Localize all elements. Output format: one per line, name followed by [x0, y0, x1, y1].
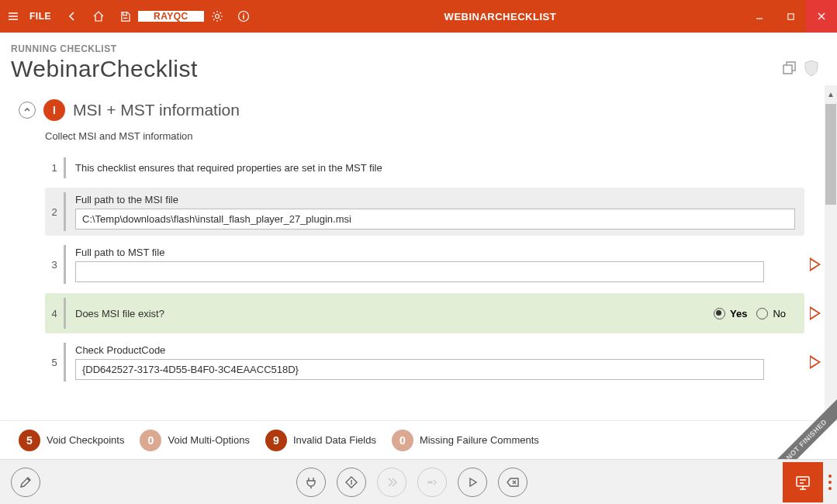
- svg-point-0: [215, 15, 219, 19]
- checklist-row: 3 Full path to MST file: [45, 236, 804, 293]
- summary-bar: 5 Void Checkpoints 0 Void Multi-Options …: [0, 420, 837, 459]
- page-title: WebinarChecklist: [11, 56, 198, 82]
- bottom-toolbar: [0, 459, 837, 504]
- shield-icon[interactable]: [803, 59, 820, 81]
- scrollbar-thumb[interactable]: [825, 104, 836, 205]
- save-icon[interactable]: [112, 0, 138, 33]
- tab-rayqc[interactable]: RAYQC: [138, 11, 204, 22]
- radio-yes[interactable]: [714, 308, 725, 319]
- summary-label: Void Multi-Options: [168, 434, 250, 446]
- field-label: Does MSI file exist?: [75, 308, 164, 319]
- menu-icon[interactable]: [0, 0, 26, 33]
- checklist-row: 2 Full path to the MSI file: [45, 188, 804, 236]
- maximize-button[interactable]: [775, 0, 806, 33]
- field-label: Check ProductCode: [75, 344, 795, 359]
- titlebar-left: FILE RAYQC: [0, 0, 257, 33]
- back-icon[interactable]: [59, 0, 85, 33]
- row-number: 2: [45, 188, 64, 236]
- summary-badge: 9: [265, 430, 287, 451]
- summary-item: 0 Void Multi-Options: [140, 430, 250, 451]
- productcode-input[interactable]: [75, 359, 764, 380]
- row-number: 1: [45, 153, 64, 183]
- forward-button: [377, 468, 406, 497]
- home-icon[interactable]: [85, 0, 112, 33]
- checklist-row: 1 This checklist ensures that required p…: [45, 148, 804, 188]
- mst-path-input[interactable]: [75, 261, 764, 282]
- summary-item: 5 Void Checkpoints: [19, 430, 124, 451]
- summary-label: Missing Failure Comments: [420, 434, 539, 446]
- file-menu[interactable]: FILE: [26, 11, 59, 22]
- row-text: This checklist ensures that required pro…: [75, 159, 795, 177]
- summary-badge: 5: [19, 430, 40, 451]
- yes-no-group: Yes No: [714, 308, 795, 319]
- checklist-row: 5 Check ProductCode: [45, 333, 804, 391]
- tag-button[interactable]: [337, 468, 366, 497]
- svg-rect-2: [787, 13, 793, 19]
- summary-item: 0 Missing Failure Comments: [392, 430, 539, 451]
- collapse-toggle[interactable]: [19, 102, 36, 119]
- radio-no[interactable]: [756, 308, 768, 319]
- page-header: RUNNING CHECKLIST WebinarChecklist: [0, 33, 837, 87]
- summary-badge: 0: [140, 430, 161, 451]
- close-button[interactable]: [806, 0, 837, 33]
- titlebar-right: [744, 0, 837, 33]
- field-label: Full path to the MSI file: [75, 194, 795, 209]
- msi-path-input[interactable]: [75, 209, 795, 230]
- checklist-row: 4 Does MSI file exist? Yes No: [45, 293, 804, 333]
- plugin-button[interactable]: [296, 468, 326, 497]
- page-subtitle: RUNNING CHECKLIST: [11, 43, 198, 54]
- continue-button: [417, 468, 447, 497]
- section-title: MSI + MST information: [73, 101, 240, 119]
- window-title: WEBINARCHECKLIST: [257, 0, 744, 33]
- copy-icon[interactable]: [781, 60, 798, 80]
- report-button[interactable]: [783, 462, 823, 502]
- more-button[interactable]: [823, 460, 837, 505]
- summary-label: Invalid Data Fields: [293, 434, 376, 446]
- row-number: 3: [45, 240, 64, 288]
- minimize-button[interactable]: [744, 0, 775, 33]
- vertical-scrollbar[interactable]: ▲ ▼: [825, 85, 837, 419]
- svg-point-4: [428, 482, 430, 483]
- run-button[interactable]: [804, 306, 826, 320]
- checklist-content: I MSI + MST information Collect MSI and …: [0, 85, 837, 419]
- svg-rect-6: [797, 477, 809, 486]
- run-button[interactable]: [804, 257, 826, 271]
- svg-rect-3: [783, 65, 792, 74]
- info-icon[interactable]: [230, 0, 257, 33]
- clear-button[interactable]: [498, 468, 527, 497]
- row-number: 4: [45, 293, 64, 333]
- title-bar: FILE RAYQC WEBINARCHECKLIST: [0, 0, 837, 33]
- field-label: Full path to MST file: [75, 247, 795, 261]
- summary-item: 9 Invalid Data Fields: [265, 430, 376, 451]
- play-button[interactable]: [458, 468, 487, 497]
- settings-icon[interactable]: [204, 0, 230, 33]
- summary-label: Void Checkpoints: [47, 434, 124, 446]
- run-button[interactable]: [804, 355, 826, 369]
- section-header: I MSI + MST information: [19, 85, 826, 127]
- row-number: 5: [45, 338, 64, 386]
- radio-no-label: No: [773, 308, 786, 319]
- edit-button[interactable]: [11, 468, 40, 497]
- summary-badge: 0: [392, 430, 413, 451]
- section-badge: I: [43, 99, 65, 121]
- radio-yes-label: Yes: [730, 308, 747, 319]
- section-description: Collect MSI and MST information: [45, 127, 826, 148]
- svg-point-5: [431, 482, 432, 483]
- scroll-up-icon[interactable]: ▲: [825, 87, 837, 101]
